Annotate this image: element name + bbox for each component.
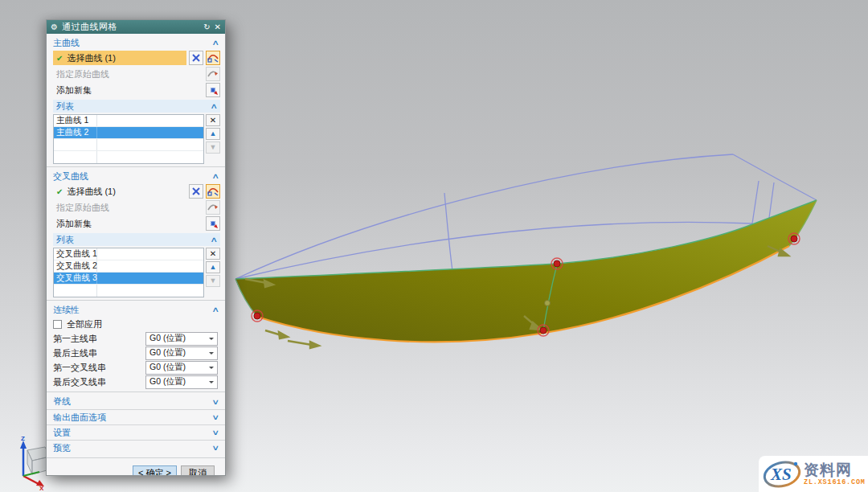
add-new-set-button[interactable] [206, 83, 220, 97]
hull-surface[interactable] [235, 200, 817, 342]
list-item-selected[interactable]: 交叉曲线 3 [54, 273, 203, 285]
continuity-dropdown[interactable]: G0 (位置) [145, 332, 218, 346]
select-curve-field[interactable]: ✔ 选择曲线 (1) [53, 184, 186, 199]
continuity-dropdown[interactable]: G0 (位置) [145, 361, 218, 375]
xs-logo-emblem: XS [763, 459, 801, 490]
primary-select-curve-row: ✔ 选择曲线 (1) [47, 50, 225, 66]
curve-selection-mode-button[interactable] [206, 184, 220, 199]
add-new-set-label: 添加新集 [53, 218, 203, 230]
deselect-curve-button[interactable] [189, 184, 203, 199]
transom-side-edge-1[interactable] [752, 181, 759, 223]
reset-icon[interactable]: ↻ [203, 23, 210, 31]
site-url: ZL.XS1616.COM [804, 479, 866, 486]
primary-listbox[interactable]: 主曲线 1 主曲线 2 [53, 114, 204, 164]
continuity-row: 第一交叉线串 G0 (位置) [47, 360, 225, 375]
cross-origin-curve-row: 指定原始曲线 [47, 199, 225, 215]
gear-icon: ⚙ [51, 23, 58, 31]
cross-select-curve-row: ✔ 选择曲线 (1) [47, 183, 225, 199]
primary-origin-curve-row: 指定原始曲线 [47, 66, 225, 82]
chevron-up-icon: ∧ [211, 102, 219, 110]
origin-curve-label: 指定原始曲线 [53, 202, 203, 214]
list-item[interactable]: 主曲线 1 [54, 115, 203, 127]
list-item[interactable] [54, 151, 203, 163]
remove-item-button[interactable]: ✕ [206, 248, 220, 260]
section-label: 脊线 [53, 396, 213, 408]
dropdown-value: G0 (位置) [146, 347, 206, 359]
transom-top-edge[interactable] [733, 154, 817, 200]
section-label: 设置 [53, 427, 213, 439]
separator [47, 457, 225, 458]
dialog-titlebar[interactable]: ⚙ 通过曲线网格 ↻ ✕ [47, 20, 225, 34]
list-item-selected[interactable]: 主曲线 2 [54, 127, 203, 139]
list-label: 列表 [56, 234, 211, 246]
section-label: 连续性 [53, 304, 213, 316]
list-item-label [54, 139, 97, 150]
select-curve-field[interactable]: ✔ 选择曲线 (1) [53, 51, 186, 65]
chevron-down-icon [206, 376, 217, 388]
cancel-button[interactable]: 取消 [181, 465, 215, 475]
section-label: 预览 [53, 442, 213, 454]
section-header-settings[interactable]: 设置 ∨ [47, 424, 225, 440]
section-label: 输出曲面选项 [53, 412, 213, 424]
move-up-button[interactable]: ▲ [206, 261, 220, 273]
apply-all-checkbox[interactable] [53, 320, 62, 329]
ok-button[interactable]: < 确定 > [133, 465, 177, 475]
add-set-icon [207, 84, 219, 96]
separator [47, 392, 225, 392]
continuity-label: 第一交叉线串 [53, 362, 145, 374]
move-down-button[interactable]: ▼ [206, 275, 220, 287]
curve-select-icon [207, 52, 219, 64]
chevron-down-icon [206, 362, 217, 374]
continuity-dropdown[interactable]: G0 (位置) [145, 375, 218, 389]
station-line-mid[interactable] [444, 193, 452, 271]
dialog-body: 主曲线 ∧ ✔ 选择曲线 (1) 指定 [47, 34, 225, 475]
list-item[interactable]: 交叉曲线 2 [54, 260, 203, 273]
section-header-output-surface-options[interactable]: 输出曲面选项 ∨ [47, 409, 225, 424]
section-header-primary-curves[interactable]: 主曲线 ∧ [47, 35, 225, 50]
cross-list-buttons: ✕ ▲ ▼ [206, 248, 220, 287]
dropdown-value: G0 (位置) [146, 362, 206, 373]
list-item-value [97, 273, 203, 284]
chevron-down-icon: ∨ [212, 444, 220, 452]
origin-curve-button[interactable] [206, 200, 220, 215]
list-item[interactable] [54, 285, 203, 297]
triad-x-axis: X [23, 476, 44, 490]
list-item[interactable]: 交叉曲线 1 [54, 248, 203, 260]
list-item-label: 交叉曲线 1 [54, 248, 97, 260]
continuity-dropdown[interactable]: G0 (位置) [145, 346, 218, 360]
transom-side-edge-2[interactable] [769, 182, 774, 218]
cross-list-header[interactable]: 列表 ∧ [53, 233, 220, 246]
close-icon[interactable]: ✕ [215, 23, 221, 31]
x-axis-label: X [39, 485, 44, 490]
section-header-spine[interactable]: 脊线 ∨ [47, 394, 225, 409]
move-up-button[interactable]: ▲ [206, 128, 220, 140]
list-item[interactable] [54, 139, 203, 151]
blue-x-icon [191, 53, 201, 63]
cross-listbox[interactable]: 交叉曲线 1 交叉曲线 2 交叉曲线 3 [53, 248, 204, 297]
select-curve-label: 选择曲线 (1) [67, 186, 116, 198]
origin-curve-label: 指定原始曲线 [53, 68, 203, 80]
chevron-up-icon: ∧ [212, 172, 220, 180]
remove-item-button[interactable]: ✕ [206, 114, 220, 126]
z-axis-label: Z [21, 436, 25, 442]
deselect-curve-button[interactable] [189, 51, 203, 65]
section-header-cross-curves[interactable]: 交叉曲线 ∧ [47, 169, 225, 183]
add-set-icon [207, 218, 219, 229]
separator [47, 300, 225, 301]
curve-selection-mode-button[interactable] [206, 51, 220, 65]
move-down-button[interactable]: ▼ [206, 141, 220, 154]
continuity-row: 最后主线串 G0 (位置) [47, 346, 225, 360]
primary-add-new-set-row: 添加新集 [47, 82, 225, 98]
chevron-down-icon: ∨ [212, 413, 220, 421]
section-header-preview[interactable]: 预览 ∨ [47, 440, 225, 455]
dialog-footer: < 确定 > 取消 [47, 460, 225, 475]
origin-curve-icon [207, 202, 219, 213]
primary-list: 主曲线 1 主曲线 2 ✕ ▲ ▼ [53, 114, 220, 164]
origin-curve-button[interactable] [206, 67, 220, 81]
section-header-continuity[interactable]: 连续性 ∧ [47, 302, 225, 317]
origin-curve-icon [207, 68, 219, 80]
add-new-set-button[interactable] [206, 216, 220, 231]
list-item-label: 主曲线 2 [54, 127, 97, 138]
chevron-up-icon: ∧ [211, 236, 219, 244]
primary-list-header[interactable]: 列表 ∧ [53, 100, 220, 113]
